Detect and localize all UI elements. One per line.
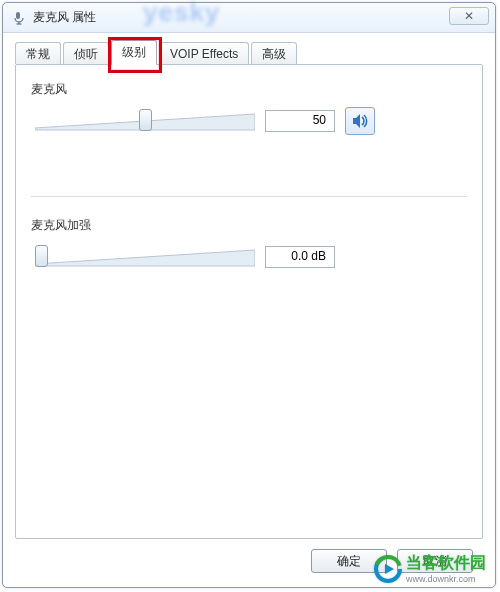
ok-button[interactable]: 确定 xyxy=(311,549,387,573)
mic-slider-thumb[interactable] xyxy=(139,109,152,131)
svg-marker-5 xyxy=(35,250,255,266)
mic-label: 麦克风 xyxy=(31,81,467,98)
boost-label: 麦克风加强 xyxy=(31,217,467,234)
svg-marker-4 xyxy=(353,114,360,128)
mic-slider[interactable] xyxy=(35,106,255,136)
mic-icon xyxy=(11,10,27,26)
tab-general[interactable]: 常规 xyxy=(15,42,61,64)
slider-track-icon xyxy=(35,249,255,267)
properties-window: 麦克风 属性 ✕ yesky 常规 侦听 级别 VOIP Effects 高级 … xyxy=(2,2,496,588)
titlebar: 麦克风 属性 ✕ yesky xyxy=(3,3,495,33)
close-button[interactable]: ✕ xyxy=(449,7,489,25)
boost-slider-thumb[interactable] xyxy=(35,245,48,267)
svg-rect-0 xyxy=(16,12,20,19)
mute-button[interactable] xyxy=(345,107,375,135)
tab-strip: 常规 侦听 级别 VOIP Effects 高级 xyxy=(15,38,483,64)
mic-row: 50 xyxy=(35,106,467,136)
mic-value[interactable]: 50 xyxy=(265,110,335,132)
boost-value[interactable]: 0.0 dB xyxy=(265,246,335,268)
tab-voip-effects[interactable]: VOIP Effects xyxy=(159,42,249,64)
close-icon: ✕ xyxy=(464,9,474,23)
window-title: 麦克风 属性 xyxy=(33,9,96,26)
cancel-button[interactable]: 取消 xyxy=(397,549,473,573)
tab-listen[interactable]: 侦听 xyxy=(63,42,109,64)
boost-row: 0.0 dB xyxy=(35,242,467,272)
tab-advanced[interactable]: 高级 xyxy=(251,42,297,64)
tab-levels[interactable]: 级别 xyxy=(111,40,157,64)
boost-slider[interactable] xyxy=(35,242,255,272)
divider xyxy=(31,196,467,197)
speaker-icon xyxy=(351,112,369,130)
levels-panel: 麦克风 50 麦克风加强 xyxy=(31,81,467,272)
watermark-top: yesky xyxy=(143,0,220,28)
button-bar: 确定 取消 xyxy=(311,549,473,573)
